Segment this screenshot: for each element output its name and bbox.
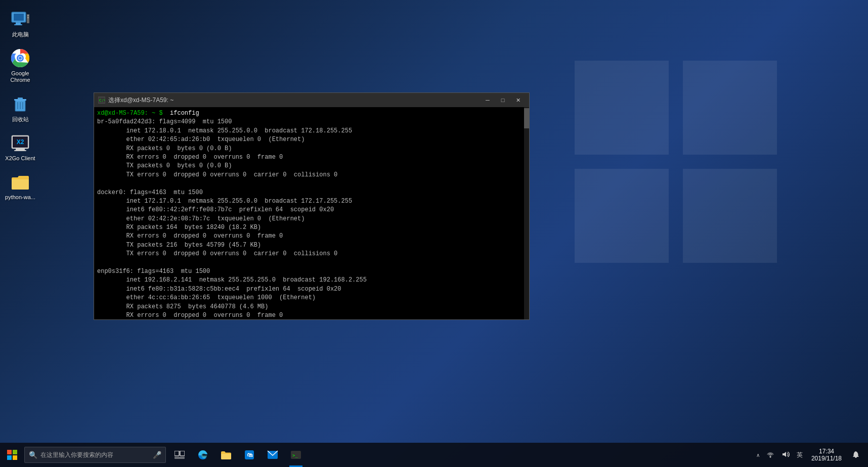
clock-time: 17:34 [819,448,834,455]
python-label: python-wa... [5,194,35,201]
svg-rect-7 [14,24,22,25]
svg-rect-33 [175,451,179,456]
windows-logo-watermark [575,61,777,263]
language-indicator[interactable]: 英 [794,449,805,461]
svg-rect-0 [575,61,669,155]
terminal-window: C:\ 选择xd@xd-MS-7A59: ~ ─ □ ✕ xd@xd-MS-7A… [94,92,530,320]
terminal-scrollbar[interactable] [524,107,529,319]
terminal-title-left: C:\ 选择xd@xd-MS-7A59: ~ [98,96,173,105]
scrollbar-thumb[interactable] [524,108,529,128]
svg-rect-2 [575,169,669,263]
taskbar-taskview-button[interactable] [168,443,191,467]
recycle-bin-label: 回收站 [12,116,29,123]
tray-expand-button[interactable]: ∧ [754,450,762,460]
terminal-title-text: 选择xd@xd-MS-7A59: ~ [108,96,173,105]
svg-text:🛍: 🛍 [247,452,253,458]
notifications-button[interactable] [848,443,864,467]
microphone-icon: 🎤 [153,451,161,459]
clock-date: 2019/11/18 [811,455,842,462]
x2go-icon: X2 [10,133,30,153]
svg-rect-29 [7,450,12,454]
this-pc-label: 此电脑 [12,31,29,38]
svg-text:>_: >_ [292,453,298,458]
taskbar-edge-button[interactable] [191,443,214,467]
svg-rect-31 [7,455,12,460]
terminal-body: xd@xd-MS-7A59: ~ $ ifconfig br-5a0fdad24… [94,107,529,319]
svg-rect-9 [27,15,29,16]
svg-rect-1 [683,61,777,155]
svg-rect-35 [175,457,185,459]
svg-text:X2: X2 [17,138,24,146]
terminal-maximize-button[interactable]: □ [496,95,510,105]
svg-rect-30 [13,450,17,454]
desktop-icon-x2go[interactable]: X2 X2Go Client [0,129,40,166]
svg-rect-10 [27,17,29,18]
desktop-icon-chrome[interactable]: Google Chrome [0,44,40,87]
taskbar-mail-button[interactable] [261,443,284,467]
taskbar-store-button[interactable]: 🛍 [238,443,261,467]
volume-tray-icon[interactable] [779,449,792,461]
desktop-icon-recycle-bin[interactable]: 回收站 [0,90,40,127]
desktop-icon-this-pc[interactable]: 此电脑 [0,5,40,42]
terminal-titlebar: C:\ 选择xd@xd-MS-7A59: ~ ─ □ ✕ [94,93,529,107]
desktop: 此电脑 Google Chrome [0,0,868,467]
svg-point-15 [19,57,22,60]
taskbar-clock[interactable]: 17:34 2019/11/18 [807,446,846,464]
svg-text:C:\: C:\ [99,99,105,103]
desktop-icons-container: 此电脑 Google Chrome [0,0,46,207]
svg-rect-5 [14,14,24,21]
terminal-minimize-button[interactable]: ─ [481,95,495,105]
taskbar: 🔍 在这里输入你要搜索的内容 🎤 [0,443,868,467]
desktop-icon-python[interactable]: python-wa... [0,168,40,205]
network-tray-icon[interactable] [764,449,777,461]
svg-rect-25 [16,149,25,150]
chrome-icon [10,48,30,68]
taskbar-search-box[interactable]: 🔍 在这里输入你要搜索的内容 🎤 [24,447,166,463]
taskbar-apps: 🛍 >_ [168,443,754,467]
svg-rect-18 [18,98,23,100]
chrome-label: Google Chrome [3,70,37,83]
taskbar-terminal-button[interactable]: >_ [284,443,308,467]
svg-point-41 [769,456,771,457]
svg-rect-34 [180,451,185,456]
recycle-bin-icon [10,94,30,114]
terminal-controls: ─ □ ✕ [481,95,525,105]
taskbar-search-placeholder: 在这里输入你要搜索的内容 [40,451,150,459]
search-icon: 🔍 [29,451,37,459]
start-button[interactable] [0,443,24,467]
taskbar-tray: ∧ 英 17:34 [754,443,868,467]
terminal-close-button[interactable]: ✕ [511,95,525,105]
svg-rect-32 [13,455,17,460]
this-pc-icon [10,9,30,29]
x2go-label: X2Go Client [5,155,35,162]
terminal-small-icon: C:\ [98,97,105,104]
taskbar-explorer-button[interactable] [214,443,238,467]
svg-rect-6 [16,22,21,24]
python-folder-icon [10,172,30,192]
svg-rect-26 [14,150,26,151]
svg-rect-3 [683,169,777,263]
terminal-content[interactable]: xd@xd-MS-7A59: ~ $ ifconfig br-5a0fdad24… [94,107,524,319]
